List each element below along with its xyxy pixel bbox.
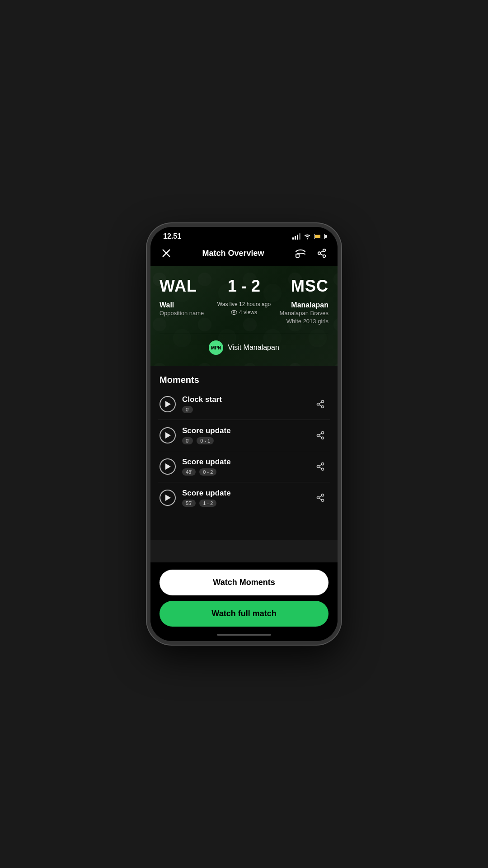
moment-score-4: 1 - 2: [199, 500, 216, 507]
cast-button[interactable]: [293, 246, 308, 260]
watch-full-match-button[interactable]: Watch full match: [160, 601, 328, 627]
share-button[interactable]: [315, 246, 328, 260]
match-meta: Was live 12 hours ago 4 views: [213, 301, 275, 316]
live-status: Was live 12 hours ago: [217, 301, 271, 307]
moment-share-1[interactable]: [312, 396, 328, 412]
match-hero: WAL 1 - 2 MSC Wall Opposition name Was l…: [150, 266, 338, 366]
moment-score-3: 0 - 2: [199, 468, 216, 476]
moment-title-2: Score update: [182, 426, 306, 435]
play-triangle-icon: [165, 401, 171, 407]
score-row: WAL 1 - 2 MSC: [160, 277, 328, 296]
divider: [160, 333, 328, 333]
home-team-info: Wall Opposition name: [160, 301, 213, 317]
wifi-icon: [303, 233, 311, 240]
hero-content: WAL 1 - 2 MSC Wall Opposition name Was l…: [160, 277, 328, 357]
moment-time-3: 48': [182, 468, 196, 476]
moment-info-4: Score update 55' 1 - 2: [182, 489, 306, 507]
battery-icon: [314, 234, 325, 239]
eye-icon: [231, 309, 237, 316]
moment-share-3[interactable]: [312, 458, 328, 475]
svg-line-7: [320, 251, 323, 253]
bottom-section: Watch Moments Watch full match: [150, 562, 338, 630]
svg-line-18: [319, 434, 322, 435]
moment-info-2: Score update 0' 0 - 1: [182, 426, 306, 444]
moment-info-3: Score update 48' 0 - 2: [182, 458, 306, 476]
play-button-4[interactable]: [160, 490, 176, 506]
svg-line-28: [319, 496, 322, 497]
moment-time-1: 0': [182, 406, 193, 413]
away-team-code: MSC: [291, 277, 328, 296]
close-button[interactable]: [160, 246, 173, 260]
moments-section: Moments Clock start 0': [150, 366, 338, 522]
visit-channel-row[interactable]: MPN Visit Manalapan: [160, 339, 328, 357]
svg-line-13: [319, 402, 322, 404]
signal-icon: [292, 233, 300, 240]
moment-item-1: Clock start 0': [158, 389, 330, 420]
svg-rect-2: [296, 254, 299, 257]
moment-badges-4: 55' 1 - 2: [182, 500, 306, 507]
match-score: 1 - 2: [228, 277, 260, 296]
moment-time-2: 0': [182, 437, 193, 444]
svg-line-23: [319, 465, 322, 466]
away-team-name: Manalapan: [275, 301, 328, 309]
status-time: 12.51: [163, 232, 181, 241]
view-count: 4 views: [217, 309, 271, 316]
svg-line-27: [319, 499, 322, 500]
play-button-2[interactable]: [160, 427, 176, 443]
spacer: [150, 522, 338, 540]
moment-share-4[interactable]: [312, 490, 328, 506]
svg-line-12: [319, 405, 322, 406]
nav-bar: Match Overview: [150, 242, 338, 266]
moment-badges-1: 0': [182, 406, 306, 413]
share-icon-3: [316, 462, 325, 471]
channel-avatar: MPN: [209, 340, 223, 355]
moment-badges-2: 0' 0 - 1: [182, 437, 306, 444]
page-title: Match Overview: [202, 249, 264, 258]
watch-moments-button[interactable]: Watch Moments: [160, 570, 328, 595]
moment-title-3: Score update: [182, 458, 306, 467]
moment-score-2: 0 - 1: [197, 437, 214, 444]
moment-title-4: Score update: [182, 489, 306, 498]
visit-label: Visit Manalapan: [228, 344, 279, 352]
moment-info-1: Clock start 0': [182, 395, 306, 413]
moment-item-2: Score update 0' 0 - 1: [158, 420, 330, 451]
team-details-row: Wall Opposition name Was live 12 hours a…: [160, 301, 328, 326]
home-team-name: Wall: [160, 301, 213, 309]
views-text: 4 views: [239, 309, 257, 316]
play-button-3[interactable]: [160, 458, 176, 475]
away-team-info: Manalapan Manalapan Braves White 2013 gi…: [275, 301, 328, 326]
play-triangle-icon-2: [165, 432, 171, 439]
home-team-sub: Opposition name: [160, 309, 213, 317]
moments-title: Moments: [158, 375, 330, 385]
phone-inner: 12.51: [150, 227, 338, 641]
phone-frame: 12.51: [147, 223, 341, 645]
moment-time-4: 55': [182, 500, 196, 507]
svg-line-17: [319, 436, 322, 438]
away-team-sub2: White 2013 girls: [275, 317, 328, 326]
nav-action-icons: [293, 246, 328, 260]
away-team-sub1: Manalapan Braves: [275, 309, 328, 317]
main-content: WAL 1 - 2 MSC Wall Opposition name Was l…: [150, 266, 338, 562]
moment-item-4: Score update 55' 1 - 2: [158, 482, 330, 513]
home-team-code: WAL: [160, 277, 197, 296]
play-button-1[interactable]: [160, 396, 176, 412]
moment-item-3: Score update 48' 0 - 2: [158, 451, 330, 482]
moment-title-1: Clock start: [182, 395, 306, 404]
status-bar: 12.51: [150, 227, 338, 242]
home-bar: [217, 634, 271, 636]
share-icon-2: [316, 431, 325, 440]
svg-line-22: [319, 467, 322, 469]
play-triangle-icon-4: [165, 495, 171, 501]
svg-point-8: [233, 311, 235, 313]
moment-share-2[interactable]: [312, 427, 328, 443]
share-icon-4: [316, 493, 325, 502]
play-triangle-icon-3: [165, 463, 171, 470]
svg-line-6: [320, 254, 323, 255]
status-icons: [292, 233, 325, 240]
home-indicator: [150, 630, 338, 641]
share-icon-1: [316, 400, 325, 409]
moment-badges-3: 48' 0 - 2: [182, 468, 306, 476]
